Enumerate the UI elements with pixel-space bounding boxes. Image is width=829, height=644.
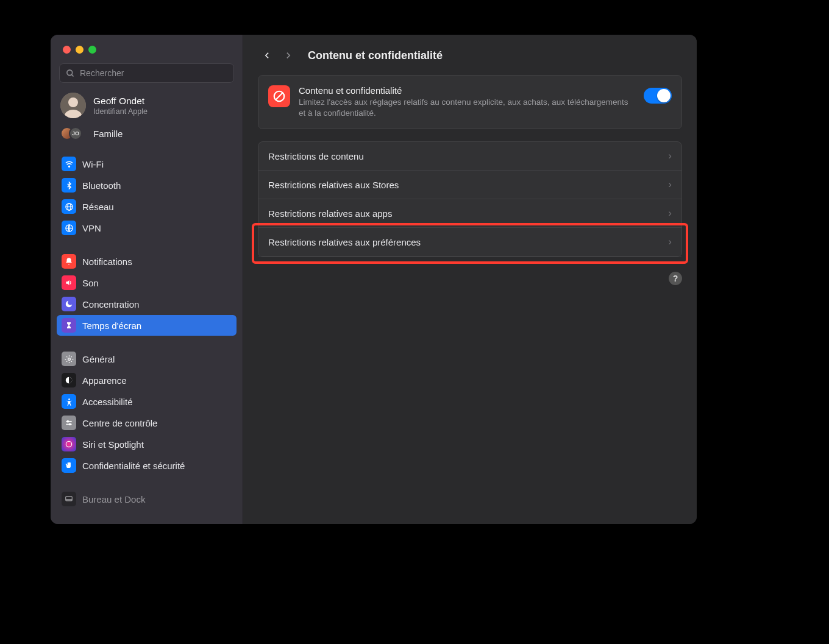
family-row[interactable]: JO Famille [51, 123, 243, 146]
svg-point-13 [68, 398, 70, 400]
sidebar-item-network[interactable]: Réseau [57, 196, 237, 217]
account-subtitle: Identifiant Apple [93, 107, 148, 116]
help-button[interactable]: ? [669, 272, 682, 285]
row-content-restrictions[interactable]: Restrictions de contenu › [258, 142, 681, 171]
sidebar-item-notifications[interactable]: Notifications [57, 251, 237, 272]
sidebar-item-screen-time[interactable]: Temps d'écran [57, 315, 237, 336]
chevron-right-icon: › [668, 179, 672, 191]
sidebar-item-label: Réseau [82, 202, 114, 212]
sidebar-item-general[interactable]: Général [57, 349, 237, 369]
siri-icon [62, 437, 76, 451]
sidebar-item-focus[interactable]: Concentration [57, 294, 237, 314]
row-label: Restrictions relatives aux apps [268, 208, 392, 219]
hero-title: Contenu et confidentialité [299, 85, 635, 96]
hand-icon [62, 458, 76, 473]
globe-icon [62, 199, 76, 214]
moon-icon [62, 297, 76, 311]
bell-icon [62, 254, 76, 269]
sidebar-item-control-center[interactable]: Centre de contrôle [57, 412, 237, 433]
gear-icon [62, 352, 76, 366]
sliders-icon [62, 416, 76, 430]
sidebar-item-label: Temps d'écran [82, 320, 141, 331]
chevron-left-icon [263, 50, 271, 61]
sidebar-item-siri[interactable]: Siri et Spotlight [57, 434, 237, 455]
svg-point-0 [67, 69, 73, 75]
sidebar-item-label: Général [82, 354, 115, 364]
sidebar-item-sound[interactable]: Son [57, 272, 237, 293]
close-window-button[interactable] [63, 46, 71, 54]
hero-description: Limitez l'accès aux réglages relatifs au… [299, 97, 635, 119]
sidebar-item-accessibility[interactable]: Accessibilité [57, 391, 237, 412]
content-privacy-toggle[interactable] [644, 88, 672, 104]
main-panel: Contenu et confidentialité Contenu et co… [243, 35, 697, 524]
sidebar-item-label: Accessibilité [82, 397, 133, 407]
account-name: Geoff Ondet [93, 96, 148, 107]
page-title: Contenu et confidentialité [308, 49, 443, 62]
row-store-restrictions[interactable]: Restrictions relatives aux Stores › [258, 171, 681, 199]
svg-point-17 [69, 423, 71, 425]
sidebar-item-label: VPN [82, 223, 101, 233]
sidebar-item-wifi[interactable]: Wi-Fi [57, 154, 237, 174]
family-label: Famille [93, 129, 123, 139]
sidebar-item-label: Centre de contrôle [82, 418, 157, 428]
bluetooth-icon [62, 178, 76, 193]
apple-id-row[interactable]: Geoff Ondet Identifiant Apple [51, 87, 243, 123]
row-label: Restrictions relatives aux Stores [268, 180, 399, 190]
toggle-knob [657, 89, 671, 102]
svg-point-15 [67, 421, 68, 422]
search-placeholder: Rechercher [80, 68, 124, 78]
vpn-icon [62, 221, 76, 235]
sidebar-item-label: Son [82, 278, 99, 288]
svg-point-5 [68, 166, 69, 167]
svg-point-18 [66, 441, 71, 447]
help-label: ? [673, 274, 678, 283]
sidebar-item-label: Confidentialité et sécurité [82, 461, 185, 471]
hourglass-icon [62, 318, 76, 333]
chevron-right-icon: › [668, 236, 672, 248]
svg-rect-19 [66, 497, 73, 501]
sidebar-item-desktop-dock[interactable]: Bureau et Dock [57, 489, 237, 509]
hero-card: Contenu et confidentialité Limitez l'acc… [258, 75, 682, 129]
minimize-window-button[interactable] [76, 46, 84, 54]
svg-line-22 [276, 93, 283, 100]
chevron-right-icon [284, 50, 292, 61]
search-input[interactable]: Rechercher [59, 63, 234, 83]
wifi-icon [62, 157, 76, 171]
sidebar-item-label: Concentration [82, 299, 139, 310]
sidebar-item-bluetooth[interactable]: Bluetooth [57, 175, 237, 196]
sidebar-item-label: Wi-Fi [82, 159, 104, 169]
svg-point-3 [68, 97, 78, 107]
zoom-window-button[interactable] [88, 46, 96, 54]
sidebar-item-vpn[interactable]: VPN [57, 218, 237, 238]
sidebar-item-label: Notifications [82, 257, 132, 267]
appearance-icon [62, 373, 76, 387]
sidebar-item-appearance[interactable]: Apparence [57, 370, 237, 391]
svg-line-1 [71, 74, 73, 76]
search-icon [66, 69, 75, 78]
speaker-icon [62, 275, 76, 290]
sidebar-item-label: Bluetooth [82, 180, 121, 191]
avatar [60, 93, 86, 118]
sidebar-item-label: Bureau et Dock [82, 494, 145, 504]
chevron-right-icon: › [668, 207, 672, 219]
row-label: Restrictions relatives aux préférences [268, 237, 421, 247]
sidebar: Rechercher Geoff Ondet Identifiant Apple… [51, 35, 243, 524]
system-settings-window: Rechercher Geoff Ondet Identifiant Apple… [51, 35, 697, 524]
row-app-restrictions[interactable]: Restrictions relatives aux apps › [258, 199, 681, 228]
family-avatars: JO [60, 127, 86, 140]
main-header: Contenu et confidentialité [243, 35, 697, 75]
sidebar-nav: Wi-Fi Bluetooth Réseau VPN No [51, 146, 243, 524]
sidebar-item-label: Apparence [82, 375, 127, 386]
dock-icon [62, 492, 76, 506]
row-label: Restrictions de contenu [268, 151, 364, 161]
back-button[interactable] [258, 47, 276, 64]
accessibility-icon [62, 394, 76, 409]
row-preference-restrictions[interactable]: Restrictions relatives aux préférences › [258, 228, 681, 257]
chevron-right-icon: › [668, 150, 672, 162]
forward-button[interactable] [279, 47, 297, 64]
sidebar-item-privacy[interactable]: Confidentialité et sécurité [57, 455, 237, 476]
sidebar-item-label: Siri et Spotlight [82, 439, 144, 450]
restrictions-list: Restrictions de contenu › Restrictions r… [258, 141, 682, 257]
window-controls [51, 35, 243, 63]
svg-point-11 [68, 358, 70, 360]
